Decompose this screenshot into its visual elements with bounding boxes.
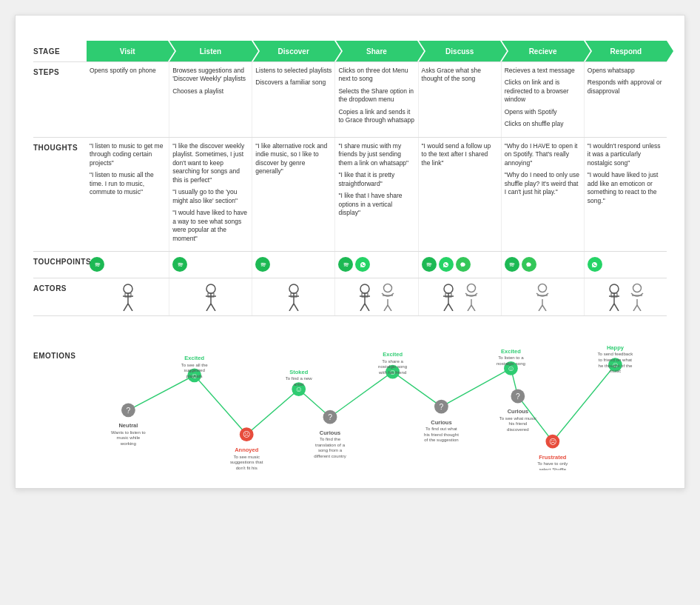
thought-item: "I listen to music all the time. I run t… (90, 171, 166, 196)
svg-line-60 (614, 304, 619, 311)
svg-text:?: ? (440, 403, 444, 411)
svg-text:he thought of the: he thought of the (599, 362, 633, 367)
emotion-point-6: ?CuriousTo find out whathis friend thoug… (424, 400, 459, 442)
actors-cell-0 (87, 278, 169, 315)
svg-text:To find out what: To find out what (425, 426, 457, 431)
stage-arrow-2: Discover (253, 41, 334, 61)
thought-item: "Why do I HAVE to open it on Spotify. Th… (505, 142, 581, 167)
svg-text:☺: ☺ (295, 385, 303, 393)
svg-point-17 (206, 284, 215, 293)
svg-line-59 (610, 304, 614, 311)
stage-arrow-6: Respond (585, 41, 667, 61)
svg-text:nostalgic song: nostalgic song (378, 364, 407, 369)
step-item: Clicks on link and is redirected to a br… (505, 78, 581, 104)
male-actor (604, 283, 625, 311)
emotions-section: EMOTIONS ?NeutralWants to listen tomusic… (33, 315, 667, 470)
svg-line-50 (471, 305, 475, 311)
svg-text:To find a new: To find a new (286, 375, 313, 381)
thought-item: "I like the discover weekly playlist. So… (172, 142, 249, 184)
svg-point-11 (124, 284, 132, 293)
steps-label: STEPS (33, 62, 87, 137)
emotion-point-1: ☺ExcitedTo see all thesuggestedplaylists (181, 355, 209, 382)
svg-text:of the suggestion: of the suggestion (424, 437, 459, 442)
svg-text:Curious: Curious (508, 408, 528, 415)
svg-text:different country: different country (314, 453, 347, 458)
svg-text:Excited: Excited (383, 351, 403, 358)
thought-item: "I usually go to the 'you might also lik… (172, 188, 249, 205)
svg-text:discovered: discovered (507, 427, 529, 432)
touchpoints-cell-3 (334, 252, 417, 278)
svg-text:☹: ☹ (549, 438, 556, 446)
svg-line-26 (289, 304, 294, 311)
svg-text:to friend on what: to friend on what (599, 357, 632, 362)
svg-text:To find the: To find the (320, 436, 341, 441)
svg-text:☹: ☹ (243, 430, 250, 438)
touchpoints-cells (87, 252, 667, 278)
svg-line-32 (360, 304, 365, 311)
emotion-point-10: ☺HappyTo send feedbackto friend on whath… (597, 344, 633, 373)
actors-cell-2 (252, 278, 334, 315)
svg-text:Curious: Curious (431, 419, 451, 426)
emotion-point-9: ☹FrustratedTo have to onlyselect Shuffle… (537, 435, 568, 470)
thought-item: "I like alternative rock and indie music… (255, 142, 332, 176)
female-actor (627, 283, 647, 311)
male-actor (283, 283, 304, 311)
spotify-icon (172, 257, 187, 272)
emotions-chart: ?NeutralWants to listen tomusic whilewor… (87, 322, 667, 470)
svg-line-54 (539, 305, 542, 311)
svg-text:?: ? (127, 407, 131, 415)
stage-arrow-4: Discuss (419, 41, 500, 61)
svg-line-20 (206, 304, 211, 311)
touchpoints-cell-4 (418, 252, 501, 278)
actors-cell-1 (169, 278, 252, 315)
touchpoints-cell-1 (169, 252, 252, 278)
thoughts-cell-5: "Why do I HAVE to open it on Spotify. Th… (501, 138, 584, 251)
emotion-point-3: ☺StokedTo find a newartist (286, 369, 313, 396)
svg-text:Neutral: Neutral (118, 422, 138, 429)
svg-point-62 (633, 284, 641, 292)
emotions-label: EMOTIONS (33, 322, 87, 470)
stages-container: VisitListenDiscoverShareDiscussRecieveRe… (87, 41, 667, 61)
step-item: Clicks on three dot Menu next to song (338, 67, 414, 84)
actors-cell-5 (501, 278, 584, 315)
svg-point-46 (467, 284, 475, 292)
step-item: Responds with approval or disapproval (588, 78, 664, 96)
svg-text:select Shuffle: select Shuffle (539, 467, 567, 470)
svg-text:his friend thought: his friend thought (424, 432, 459, 437)
whatsapp-icon (355, 257, 370, 272)
stage-arrow-3: Share (336, 41, 417, 61)
spotify-icon (90, 257, 104, 272)
thought-item: "I would have liked to just add like an … (588, 171, 664, 205)
svg-text:Curious: Curious (320, 429, 340, 436)
svg-text:Excited: Excited (184, 355, 204, 361)
thoughts-row: THOUGHTS "I listen to music to get me th… (33, 137, 667, 251)
actors-cells (87, 278, 667, 315)
step-item: Copies a link and sends it to Grace thro… (338, 108, 414, 125)
emotion-point-8: ?CuriousTo see what musichis frienddisco… (499, 390, 536, 432)
svg-text:suggested: suggested (184, 367, 205, 372)
svg-text:playlists: playlists (186, 373, 203, 378)
thought-item: "Why do I need to only use shuffle play?… (505, 171, 581, 196)
steps-cell-1: Browses suggestions and 'Discover Weekly… (169, 62, 252, 137)
svg-point-35 (384, 284, 392, 292)
spotify-icon (505, 257, 519, 272)
stage-label: STAGE (33, 47, 87, 56)
svg-text:To see what music: To see what music (499, 415, 536, 421)
stage-arrow-1: Listen (169, 41, 251, 61)
female-actor (532, 283, 553, 311)
spotify-icon (422, 257, 437, 272)
svg-text:music: music (609, 368, 621, 373)
svg-text:To listen to a: To listen to a (498, 355, 524, 360)
svg-text:☺: ☺ (507, 364, 515, 372)
step-item: Recieves a text message (505, 67, 581, 75)
svg-text:working: working (120, 441, 136, 446)
stage-row: STAGE VisitListenDiscoverShareDiscussRec… (33, 41, 667, 61)
svg-line-65 (633, 305, 637, 311)
svg-text:To have to only: To have to only (537, 461, 568, 466)
touchpoints-row: TOUCHPOINTS (33, 251, 667, 278)
actors-cell-6 (584, 278, 667, 315)
svg-line-27 (294, 304, 298, 311)
svg-line-49 (468, 305, 471, 311)
female-actor (461, 283, 482, 311)
thought-item: "I share music with my friends by just s… (338, 142, 414, 167)
